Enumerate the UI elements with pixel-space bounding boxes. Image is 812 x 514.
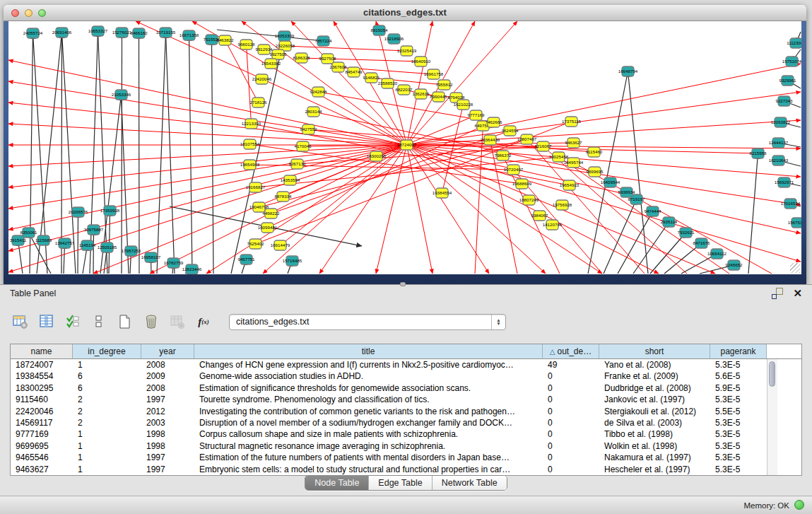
table-cell[interactable]: 5.9E-5 bbox=[710, 382, 767, 394]
graph-edge[interactable] bbox=[748, 153, 758, 274]
table-cell[interactable]: Tourette syndrome. Phenomenology and cla… bbox=[194, 394, 543, 405]
graph-edge[interactable] bbox=[286, 46, 407, 51]
table-row[interactable]: 1456911722003Disruption of a novel membe… bbox=[11, 417, 801, 428]
column-header-out_de[interactable]: △out_de… bbox=[543, 344, 599, 358]
graph-edge[interactable] bbox=[98, 31, 108, 274]
column-header-year[interactable]: year bbox=[141, 344, 194, 358]
column-header-title[interactable]: title bbox=[194, 344, 543, 358]
delete-table-icon[interactable] bbox=[168, 313, 187, 331]
table-cell[interactable]: 2012 bbox=[141, 406, 194, 417]
graph-edge[interactable] bbox=[157, 33, 166, 274]
graph-edge[interactable] bbox=[247, 45, 252, 124]
table-cell[interactable]: 2 bbox=[73, 417, 141, 428]
table-mode-icon[interactable] bbox=[11, 313, 30, 331]
table-cell[interactable]: Investigating the contribution of common… bbox=[194, 406, 543, 417]
table-cell[interactable]: 1 bbox=[73, 428, 141, 440]
window-titlebar[interactable]: citations_edges.txt bbox=[4, 5, 806, 21]
table-cell[interactable]: 9777169 bbox=[11, 428, 73, 440]
close-window-button[interactable] bbox=[11, 9, 19, 17]
network-graph[interactable]: 2405572420691406106533271527602184661601… bbox=[8, 21, 801, 274]
table-cell[interactable]: 1998 bbox=[141, 428, 194, 440]
table-cell[interactable]: 5.3E-5 bbox=[710, 417, 767, 428]
scrollbar-thumb[interactable] bbox=[769, 361, 775, 387]
table-cell[interactable]: 0 bbox=[543, 394, 599, 405]
table-row[interactable]: 911546021997Tourette syndrome. Phenomeno… bbox=[11, 394, 801, 405]
table-cell[interactable]: 2008 bbox=[141, 359, 194, 370]
table-cell[interactable]: 0 bbox=[543, 406, 599, 417]
table-cell[interactable]: Hescheler et al. (1997) bbox=[599, 464, 710, 475]
graph-edge[interactable] bbox=[650, 233, 686, 274]
table-cell[interactable]: 6 bbox=[73, 382, 141, 394]
table-cell[interactable]: Dudbridge et al. (2008) bbox=[599, 382, 710, 394]
table-cell[interactable]: 2 bbox=[73, 394, 141, 405]
graph-edge[interactable] bbox=[61, 33, 62, 274]
graph-edge[interactable] bbox=[166, 33, 175, 274]
table-row[interactable]: 1938455462009Genome-wide association stu… bbox=[11, 370, 801, 382]
graph-edge[interactable] bbox=[231, 36, 285, 274]
show-columns-icon[interactable] bbox=[37, 313, 56, 331]
graph-edge[interactable] bbox=[475, 126, 483, 274]
table-cell[interactable]: 0 bbox=[543, 382, 599, 394]
table-cell[interactable]: 0 bbox=[543, 370, 599, 382]
table-vertical-scrollbar[interactable] bbox=[767, 359, 777, 475]
graph-edge[interactable] bbox=[139, 33, 140, 274]
graph-edge[interactable] bbox=[150, 145, 407, 274]
minimize-window-button[interactable] bbox=[25, 9, 33, 17]
table-cell[interactable]: Yano et al. (2008) bbox=[599, 359, 710, 370]
table-select-dropdown[interactable]: citations_edges.txt ▲▼ bbox=[229, 314, 506, 330]
graph-edge[interactable] bbox=[604, 199, 637, 274]
graph-edge[interactable] bbox=[407, 145, 490, 274]
table-cell[interactable]: 0 bbox=[543, 452, 599, 463]
table-cell[interactable]: 1997 bbox=[141, 394, 194, 405]
function-builder-icon[interactable]: f(x) bbox=[194, 313, 213, 331]
table-cell[interactable]: 1 bbox=[73, 440, 141, 452]
graph-edge[interactable] bbox=[78, 212, 78, 274]
network-canvas[interactable]: 2405572420691406106533271527602184661601… bbox=[8, 21, 801, 274]
graph-edge[interactable] bbox=[8, 145, 407, 209]
table-cell[interactable]: Tibbo et al. (1998) bbox=[599, 428, 710, 440]
tab-node-table[interactable]: Node Table bbox=[305, 476, 368, 490]
graph-edge[interactable] bbox=[407, 145, 801, 233]
table-cell[interactable]: Estimation of the future numbers of pati… bbox=[194, 452, 543, 463]
table-cell[interactable]: 5.3E-5 bbox=[710, 452, 767, 463]
table-cell[interactable]: 1 bbox=[73, 359, 141, 370]
tab-network-table[interactable]: Network Table bbox=[432, 476, 507, 490]
table-cell[interactable]: 49 bbox=[543, 359, 599, 370]
new-column-icon[interactable] bbox=[116, 313, 134, 331]
graph-edge[interactable] bbox=[93, 230, 94, 274]
column-header-short[interactable]: short bbox=[599, 344, 710, 358]
graph-edge[interactable] bbox=[633, 222, 669, 274]
table-cell[interactable]: Wolkin et al. (1998) bbox=[599, 440, 710, 452]
canvas-resize-grip[interactable] bbox=[790, 263, 800, 273]
table-cell[interactable]: 2 bbox=[73, 406, 141, 417]
float-panel-icon[interactable] bbox=[772, 288, 783, 299]
table-cell[interactable]: 0 bbox=[543, 440, 599, 452]
table-cell[interactable]: 1 bbox=[73, 464, 141, 475]
table-cell[interactable]: 0 bbox=[543, 464, 599, 475]
table-cell[interactable]: 2009 bbox=[141, 370, 194, 382]
graph-edge[interactable] bbox=[628, 71, 649, 274]
table-row[interactable]: 977716911998Corpus callosum shape and si… bbox=[11, 428, 801, 440]
table-cell[interactable]: Disruption of a novel member of a sodium… bbox=[194, 417, 543, 428]
table-cell[interactable]: 1997 bbox=[141, 464, 194, 475]
table-cell[interactable]: 5.3E-5 bbox=[710, 440, 767, 452]
column-header-pagerank[interactable]: pagerank bbox=[710, 344, 767, 358]
table-cell[interactable]: 1 bbox=[73, 452, 141, 463]
table-cell[interactable]: 18724007 bbox=[11, 359, 73, 370]
table-cell[interactable]: 9465546 bbox=[11, 452, 73, 463]
table-cell[interactable]: Structural magnetic resonance image aver… bbox=[194, 440, 543, 452]
table-cell[interactable]: 5.3E-5 bbox=[710, 359, 767, 370]
table-cell[interactable]: Stergiakouli et al. (2012) bbox=[599, 406, 710, 417]
table-row[interactable]: 2242004622012Investigating the contribut… bbox=[11, 406, 801, 417]
table-row[interactable]: 1872400712008Changes of HCN gene express… bbox=[11, 359, 801, 370]
table-cell[interactable]: 5.3E-5 bbox=[710, 428, 767, 440]
tab-edge-table[interactable]: Edge Table bbox=[368, 476, 431, 490]
table-cell[interactable]: 1997 bbox=[141, 452, 194, 463]
table-cell[interactable]: 19384554 bbox=[11, 370, 73, 382]
zoom-window-button[interactable] bbox=[38, 9, 46, 17]
deselect-all-icon[interactable] bbox=[90, 313, 108, 331]
table-cell[interactable]: 5.5E-5 bbox=[710, 406, 767, 417]
table-cell[interactable]: Embryonic stem cells: a model to study s… bbox=[194, 464, 543, 475]
table-row[interactable]: 1830029562008Estimation of significance … bbox=[11, 382, 801, 394]
table-cell[interactable]: Nakamura et al. (1997) bbox=[599, 452, 710, 463]
